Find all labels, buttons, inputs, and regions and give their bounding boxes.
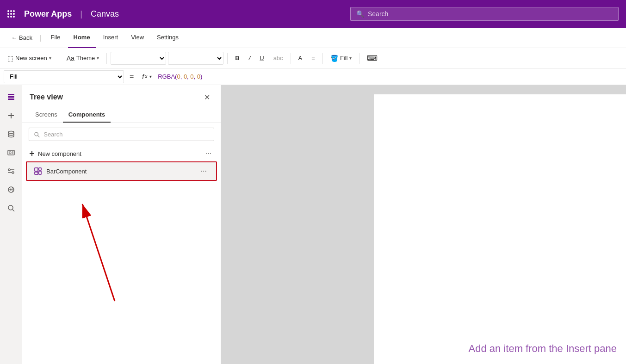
- font-color-button[interactable]: A: [295, 53, 306, 63]
- nav-divider: |: [40, 34, 42, 42]
- bar-component-item[interactable]: BarComponent ···: [26, 161, 217, 181]
- toolbar-divider-3: [227, 53, 228, 64]
- sidebar-icon-layers[interactable]: [3, 89, 19, 105]
- align-button[interactable]: ≡: [308, 53, 319, 63]
- sidebar-icon-variables[interactable]: [3, 181, 19, 198]
- toolbar-divider-4: [291, 53, 291, 64]
- tab-screens[interactable]: Screens: [30, 107, 63, 123]
- toolbar-divider-1: [59, 53, 59, 64]
- fill-icon: 🪣: [330, 55, 338, 62]
- sidebar-icon-data[interactable]: [3, 126, 19, 142]
- nav-view[interactable]: View: [125, 28, 149, 48]
- tree-search-input[interactable]: [43, 131, 209, 138]
- sidebar-icons: [0, 85, 22, 364]
- strikethrough-button[interactable]: abc: [270, 53, 287, 63]
- sidebar-icon-search[interactable]: [3, 200, 19, 216]
- equals-sign: =: [128, 73, 136, 81]
- svg-rect-23: [35, 168, 38, 171]
- svg-point-19: [35, 132, 38, 136]
- property-select[interactable]: Fill: [4, 70, 124, 83]
- app-title: Power Apps: [24, 9, 72, 19]
- tree-header: Tree view ✕: [22, 85, 221, 107]
- fill-label: Fill: [340, 55, 348, 62]
- new-component-more-button[interactable]: ···: [203, 148, 214, 159]
- topbar-separator: |: [80, 9, 82, 19]
- font-family-select[interactable]: [111, 52, 166, 65]
- fx-chevron-icon: ▾: [149, 74, 151, 79]
- new-component-label: New component: [38, 150, 81, 157]
- sidebar-icon-add[interactable]: [3, 107, 19, 124]
- svg-line-28: [82, 204, 115, 301]
- canvas-area: Add an item from the Insert pane: [221, 85, 626, 364]
- fill-button[interactable]: 🪣 Fill ▾: [327, 53, 356, 64]
- annotation-arrow: [22, 181, 221, 320]
- insert-hint: Add an item from the Insert pane: [469, 343, 617, 355]
- topbar-search-icon: 🔍: [356, 10, 364, 18]
- toolbar: ⬚ New screen ▾ Aa Theme ▾ B / U abc A ≡ …: [0, 48, 626, 68]
- svg-point-12: [12, 172, 14, 173]
- bar-component-label: BarComponent: [46, 168, 87, 175]
- nav-insert[interactable]: Insert: [98, 28, 124, 48]
- svg-rect-0: [8, 94, 14, 95]
- svg-line-18: [12, 210, 14, 211]
- svg-point-5: [8, 131, 14, 134]
- bar-component-more-button[interactable]: ···: [198, 166, 210, 176]
- apps-grid-icon[interactable]: [7, 10, 15, 18]
- fill-chevron-icon: ▾: [349, 56, 352, 61]
- svg-rect-24: [39, 168, 41, 170]
- new-screen-button[interactable]: ⬚ New screen ▾: [4, 53, 55, 64]
- formula-g: 0: [184, 73, 187, 80]
- new-component-row: New component ···: [22, 146, 221, 161]
- tab-components[interactable]: Components: [63, 107, 111, 123]
- canvas-inner: Add an item from the Insert pane: [221, 85, 626, 364]
- svg-line-20: [38, 136, 39, 137]
- tree-close-button[interactable]: ✕: [200, 91, 213, 104]
- theme-icon: Aa: [67, 55, 74, 62]
- theme-chevron-icon: ▾: [97, 56, 99, 61]
- topbar-search-box[interactable]: 🔍: [350, 7, 619, 21]
- toolbar-divider-6: [359, 53, 359, 64]
- sidebar-icon-controls[interactable]: [3, 163, 19, 179]
- new-component-button[interactable]: New component: [29, 150, 81, 157]
- nav-home[interactable]: Home: [68, 28, 96, 48]
- formula-a: 0: [197, 73, 200, 80]
- nav-file[interactable]: File: [45, 28, 66, 48]
- nav-settings[interactable]: Settings: [151, 28, 184, 48]
- search-area: [22, 123, 221, 146]
- formulabar: Fill = fx ▾ RGBA(0, 0, 0, 0): [0, 68, 626, 85]
- theme-button[interactable]: Aa Theme ▾: [63, 53, 103, 64]
- tree-title: Tree view: [30, 93, 63, 101]
- sidebar-icon-media[interactable]: [3, 144, 19, 161]
- fx-button[interactable]: fx ▾: [139, 72, 154, 81]
- italic-button[interactable]: /: [245, 53, 254, 63]
- font-size-select[interactable]: [168, 52, 223, 65]
- svg-point-17: [8, 205, 13, 210]
- search-input-wrap: [29, 128, 214, 141]
- new-screen-icon: ⬚: [7, 55, 13, 62]
- new-screen-label: New screen: [15, 55, 47, 62]
- bar-component-icon: [33, 167, 43, 176]
- main-area: Tree view ✕ Screens Components New: [0, 85, 626, 364]
- toolbar-divider-5: [322, 53, 323, 64]
- formula-r: 0: [177, 73, 180, 80]
- component-item-left: BarComponent: [33, 167, 87, 176]
- theme-label: Theme: [76, 55, 95, 62]
- new-component-plus-icon: [29, 150, 35, 157]
- canvas-label: Canvas: [91, 9, 119, 19]
- new-screen-chevron-icon: ▾: [49, 56, 51, 61]
- search-icon: [34, 131, 40, 138]
- fx-label: f: [142, 73, 144, 80]
- bold-button[interactable]: B: [231, 53, 243, 63]
- tree-panel: Tree view ✕ Screens Components New: [22, 85, 221, 364]
- svg-rect-7: [9, 152, 11, 154]
- back-arrow-icon: ←: [11, 34, 17, 41]
- keyboard-button[interactable]: ⌨: [363, 52, 381, 64]
- canvas-white: Add an item from the Insert pane: [374, 94, 626, 364]
- tree-tabs: Screens Components: [22, 107, 221, 123]
- navbar: ← Back | File Home Insert View Settings: [0, 28, 626, 48]
- back-button[interactable]: ← Back: [7, 32, 36, 43]
- formula-display: RGBA(0, 0, 0, 0): [158, 73, 202, 80]
- svg-rect-25: [39, 171, 41, 174]
- topbar-search-input[interactable]: [368, 10, 613, 18]
- underline-button[interactable]: U: [256, 53, 267, 63]
